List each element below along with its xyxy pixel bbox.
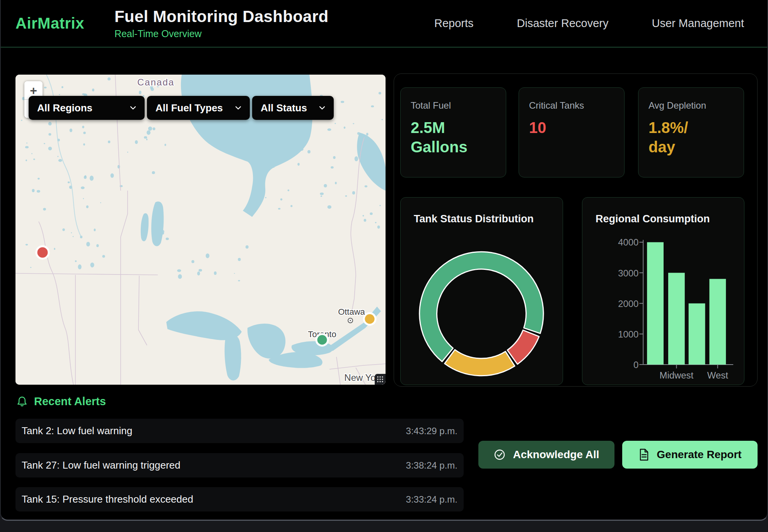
alert-row-1[interactable]: Tank 2: Low fuel warning 3:43:29 p.m. <box>15 419 464 443</box>
alert-row-2[interactable]: Tank 27: Low fuel warning triggered 3:38… <box>15 453 464 477</box>
bar-2[interactable] <box>689 304 705 365</box>
normal-tank-marker[interactable] <box>316 334 328 346</box>
regional-consumption-card: Regional Consumption 01000200030004000Mi… <box>582 197 744 385</box>
status-filter-dropdown[interactable]: All Status <box>252 96 334 120</box>
map-canvas[interactable]: Canada Ottawa Toronto New York <box>15 75 386 385</box>
nav-user-management[interactable]: User Management <box>652 17 744 30</box>
alert-text: Tank 2: Low fuel warning <box>22 425 132 437</box>
y-tick-label: 1000 <box>618 329 638 339</box>
tank-status-donut-chart[interactable] <box>401 198 563 385</box>
stat-value-total-fuel: 2.5M Gallons <box>411 118 496 157</box>
generate-report-button[interactable]: Generate Report <box>622 441 758 469</box>
x-tick-label: Midwest <box>660 370 694 380</box>
region-filter-dropdown[interactable]: All Regions <box>29 96 145 120</box>
file-text-icon <box>638 448 650 461</box>
tank-status-card: Tank Status Distribution <box>400 197 563 385</box>
overview-panel: Total Fuel 2.5M Gallons Critical Tanks 1… <box>394 73 758 387</box>
region-filter-label: All Regions <box>37 102 92 114</box>
bell-icon <box>16 396 28 408</box>
stat-card-critical-tanks: Critical Tanks 10 <box>519 87 625 177</box>
stat-value-avg-depletion: 1.8%/ day <box>649 118 734 157</box>
app-window: AirMatrix Fuel Monitoring Dashboard Real… <box>0 0 768 521</box>
chevron-down-icon <box>319 106 325 110</box>
x-tick-label: West <box>707 370 728 380</box>
donut-segment-critical[interactable] <box>507 330 539 364</box>
recent-alerts-header: Recent Alerts <box>16 395 106 408</box>
chevron-down-icon <box>130 106 136 110</box>
critical-tank-marker[interactable] <box>36 246 49 259</box>
alert-text: Tank 15: Pressure threshold exceeded <box>22 493 193 505</box>
page-title: Fuel Monitoring Dashboard <box>114 7 328 26</box>
y-tick-label: 0 <box>633 360 638 370</box>
alert-time: 3:33:24 p.m. <box>406 494 457 505</box>
fuel-type-filter-label: All Fuel Types <box>155 102 223 114</box>
map-resize-handle[interactable] <box>375 374 386 385</box>
header: AirMatrix Fuel Monitoring Dashboard Real… <box>1 0 767 48</box>
check-circle-icon <box>493 448 506 461</box>
map-town-icon-ottawa <box>348 318 353 323</box>
map-label-ottawa: Ottawa <box>338 307 365 317</box>
map-water-lake-michigan <box>225 334 241 380</box>
nav-reports[interactable]: Reports <box>434 17 474 30</box>
stat-card-avg-depletion: Avg Depletion 1.8%/ day <box>638 87 744 177</box>
alert-row-3[interactable]: Tank 15: Pressure threshold exceeded 3:3… <box>15 487 464 512</box>
bar-3[interactable] <box>709 279 726 365</box>
alert-time: 3:43:29 p.m. <box>406 426 457 437</box>
bar-1[interactable] <box>668 273 685 365</box>
fuel-type-filter-dropdown[interactable]: All Fuel Types <box>147 96 250 120</box>
stat-value-critical-tanks: 10 <box>529 118 614 137</box>
stat-card-total-fuel: Total Fuel 2.5M Gallons <box>400 87 506 177</box>
page-subtitle: Real-Time Overview <box>114 28 328 39</box>
regional-consumption-bar-chart[interactable]: 01000200030004000MidwestWest <box>582 198 744 385</box>
generate-report-label: Generate Report <box>657 448 741 461</box>
title-block: Fuel Monitoring Dashboard Real-Time Over… <box>114 7 328 39</box>
alert-text: Tank 27: Low fuel warning triggered <box>22 459 180 471</box>
bar-0[interactable] <box>647 242 664 364</box>
y-tick-label: 2000 <box>618 298 638 309</box>
drag-dots-icon <box>377 376 384 383</box>
alerts-title: Recent Alerts <box>34 395 106 408</box>
donut-segment-warning[interactable] <box>445 350 515 375</box>
acknowledge-all-button[interactable]: Acknowledge All <box>478 441 614 469</box>
stat-label: Total Fuel <box>411 100 496 111</box>
stat-label: Critical Tanks <box>529 100 614 111</box>
chevron-down-icon <box>235 106 241 110</box>
map-panel[interactable]: Canada Ottawa Toronto New York + − All R… <box>15 75 386 385</box>
warning-tank-marker[interactable] <box>364 313 375 325</box>
alert-time: 3:38:24 p.m. <box>406 460 457 471</box>
y-tick-label: 3000 <box>618 268 638 278</box>
brand-logo: AirMatrix <box>15 15 84 32</box>
status-filter-label: All Status <box>261 102 307 114</box>
acknowledge-all-label: Acknowledge All <box>513 448 599 461</box>
stat-label: Avg Depletion <box>649 100 734 111</box>
y-tick-label: 4000 <box>618 237 638 247</box>
main-nav: Reports Disaster Recovery User Managemen… <box>434 17 744 30</box>
map-label-canada: Canada <box>137 77 174 87</box>
nav-disaster-recovery[interactable]: Disaster Recovery <box>517 17 609 30</box>
